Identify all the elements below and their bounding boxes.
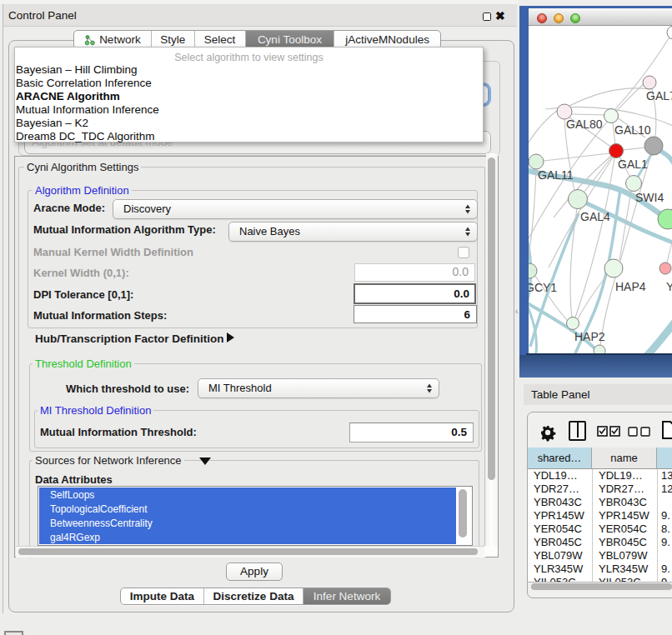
svg-text:HAP4: HAP4	[615, 280, 646, 293]
svg-text:GAL80: GAL80	[566, 118, 603, 131]
svg-text:GAL10: GAL10	[614, 123, 651, 137]
svg-text:Y: Y	[666, 280, 672, 293]
svg-text:GAL1: GAL1	[618, 158, 648, 171]
svg-text:GAL7: GAL7	[646, 89, 672, 102]
svg-text:HAP2: HAP2	[574, 330, 605, 343]
svg-text:SWI4: SWI4	[635, 191, 664, 204]
svg-text:GCY1: GCY1	[529, 281, 557, 294]
svg-text:GAL4: GAL4	[580, 210, 610, 223]
svg-text:GAL11: GAL11	[538, 168, 574, 182]
